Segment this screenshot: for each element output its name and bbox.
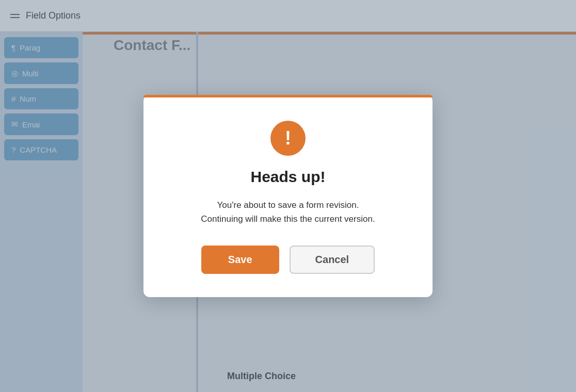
modal-actions: Save Cancel: [201, 246, 375, 274]
modal-body: You're about to save a form revision. Co…: [201, 198, 375, 226]
confirmation-modal: ! Heads up! You're about to save a form …: [143, 95, 433, 297]
modal-body-line2: Continuing will make this the current ve…: [201, 212, 375, 226]
cancel-button[interactable]: Cancel: [290, 246, 375, 274]
modal-title: Heads up!: [250, 168, 325, 186]
save-button[interactable]: Save: [201, 246, 279, 274]
exclamation-icon: !: [285, 129, 291, 148]
modal-overlay: ! Heads up! You're about to save a form …: [0, 0, 576, 392]
warning-icon-circle: !: [270, 121, 306, 156]
modal-top-bar: [143, 95, 433, 97]
modal-body-line1: You're about to save a form revision.: [201, 198, 375, 212]
